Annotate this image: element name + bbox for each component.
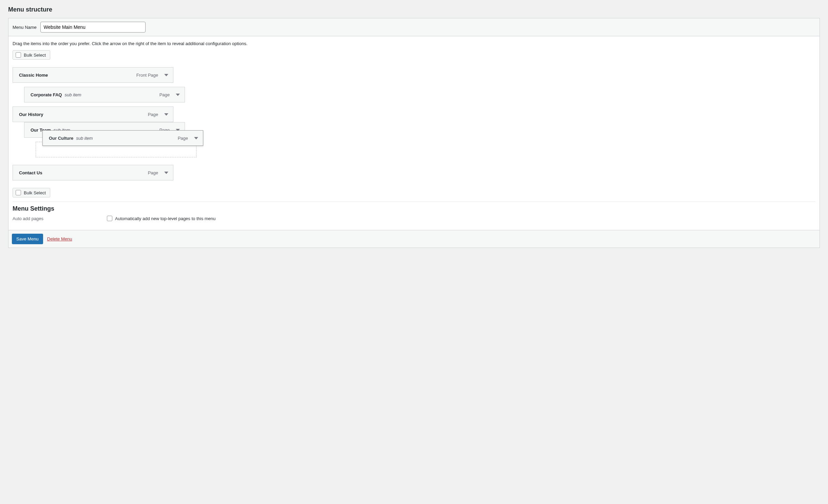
menu-item-sub-suffix: sub item [64,92,81,97]
panel-footer: Save Menu Delete Menu [8,230,820,248]
checkbox-icon [16,190,21,195]
menu-item-label: Corporate FAQ [31,92,62,97]
chevron-down-icon [194,137,198,139]
chevron-down-icon [176,94,180,96]
save-menu-button[interactable]: Save Menu [12,234,43,244]
menu-name-label: Menu Name [13,25,37,30]
checkbox-icon [16,52,21,58]
instructions-text: Drag the items into the order you prefer… [13,41,815,46]
menu-item-label: Our Culture [49,136,73,141]
menu-item[interactable]: Contact Us Page [13,165,173,180]
section-title: Menu structure [8,6,820,13]
menu-item-label: Contact Us [19,170,42,175]
menu-settings-title: Menu Settings [13,205,815,212]
bulk-select-button[interactable]: Bulk Select [13,50,50,60]
chevron-down-icon [164,172,168,174]
menu-item[interactable]: Corporate FAQ sub item Page [24,87,185,102]
menu-item[interactable]: Our History Page [13,106,173,122]
menu-item-label: Classic Home [19,73,48,78]
menu-item-label: Our History [19,112,43,117]
menu-item[interactable]: Classic Home Front Page [13,67,173,83]
menu-item-type[interactable]: Page [148,170,169,175]
menu-item-dragging[interactable]: Our Culture sub item Page [42,130,203,146]
chevron-down-icon [164,74,168,76]
bulk-select-button[interactable]: Bulk Select [13,188,50,197]
menu-item-type[interactable]: Page [178,136,199,141]
menu-name-input[interactable] [40,22,146,33]
menu-name-row: Menu Name [8,18,820,36]
obscured-wrapper: Our Team sub item Page Our Culture sub i… [13,122,815,138]
delete-menu-link[interactable]: Delete Menu [47,236,72,241]
menu-item-type[interactable]: Page [159,92,181,97]
menu-item-type[interactable]: Front Page [136,73,169,78]
menu-items-list: Classic Home Front Page Corporate FAQ su… [13,67,815,183]
setting-auto-add-label: Automatically add new top-level pages to… [115,216,215,221]
chevron-down-icon [164,113,168,116]
setting-auto-add-pages[interactable]: Automatically add new top-level pages to… [107,216,215,221]
setting-key-auto-add: Auto add pages [13,216,100,221]
checkbox-icon [107,216,112,221]
menu-item-type[interactable]: Page [148,112,169,117]
menu-panel: Menu Name Drag the items into the order … [8,18,820,248]
divider [13,201,815,202]
menu-item-sub-suffix: sub item [76,136,93,141]
bulk-select-label: Bulk Select [24,53,46,58]
bulk-select-label: Bulk Select [24,190,46,195]
